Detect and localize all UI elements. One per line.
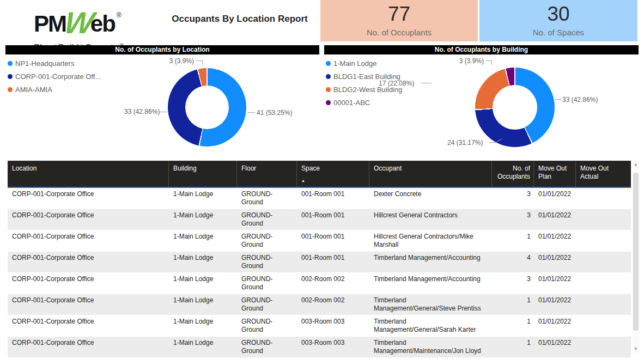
leader-line <box>202 60 203 65</box>
cell-floor: GROUND-Ground <box>237 273 297 294</box>
column-header-space-label: Space <box>301 165 320 172</box>
cell-count: 3 <box>492 273 534 294</box>
table-row[interactable]: CORP-001-Corporate Office1-Main LodgeGRO… <box>8 337 631 358</box>
cell-floor: GROUND-Ground <box>237 230 297 251</box>
cell-occupant: Timberland Management/General/Steve Pren… <box>369 294 492 315</box>
legend-item[interactable]: 1-Main Lodge <box>326 57 402 70</box>
cell-move_out_actual <box>576 188 631 209</box>
cell-move_out_plan: 01/01/2022 <box>534 230 576 251</box>
legend-label: CORP-001-Corporate Off... <box>15 72 101 81</box>
table-row[interactable]: CORP-001-Corporate Office1-Main LodgeGRO… <box>8 294 631 315</box>
kpi-occupants-label: No. of Occuplants <box>320 28 478 37</box>
kpi-card-spaces[interactable]: 30 No. of Spaces <box>479 0 637 41</box>
scrollbar-down-icon[interactable]: ∨ <box>632 345 640 352</box>
cell-building: 1-Main Lodge <box>169 294 237 315</box>
cell-move_out_plan: 01/01/2022 <box>534 252 576 272</box>
legend-label: 1-Main Lodge <box>333 59 377 68</box>
leader-line <box>159 112 167 112</box>
table-row[interactable]: CORP-001-Corporate Office1-Main LodgeGRO… <box>8 188 631 209</box>
cell-space: 001-Room 001 <box>297 209 369 230</box>
cell-space: 003-Room 003 <box>297 337 369 357</box>
legend-item[interactable]: NP1-Headquarters <box>8 57 101 70</box>
cell-occupant: Timberland Management/Accounting <box>369 252 492 272</box>
cell-building: 1-Main Lodge <box>169 273 237 294</box>
cell-occupant: Timberland Management/Maintenance/Jon Ll… <box>369 337 492 357</box>
legend-bullet-icon <box>8 87 13 92</box>
data-label: 33 (42.86%) <box>124 108 160 115</box>
column-header-building[interactable]: Building <box>169 161 237 187</box>
legend-item[interactable]: 00001-ABC <box>326 96 402 109</box>
cell-space: 002-Room 002 <box>297 273 369 294</box>
cell-count: 3 <box>492 209 534 230</box>
leader-line <box>421 83 432 83</box>
data-label: 41 (53.25%) <box>257 109 292 117</box>
table-row[interactable]: CORP-001-Corporate Office1-Main LodgeGRO… <box>8 230 631 252</box>
cell-count: 1 <box>492 294 534 315</box>
sort-ascending-icon: ▲ <box>301 177 364 185</box>
table-scrollbar[interactable]: ∧ ∨ <box>632 161 640 353</box>
data-label: 33 (42.86%) <box>562 96 598 104</box>
cell-location: CORP-001-Corporate Office <box>8 337 169 357</box>
cell-space: 002-Room 002 <box>297 294 369 315</box>
kpi-card-occupants[interactable]: 77 No. of Occuplants <box>320 0 478 41</box>
cell-count: 4 <box>492 252 534 272</box>
legend-label: AMIA-AMIA <box>15 86 52 94</box>
legend-item[interactable]: CORP-001-Corporate Off... <box>8 70 101 83</box>
cell-move_out_plan: 01/01/2022 <box>534 188 576 209</box>
table-row[interactable]: CORP-001-Corporate Office1-Main LodgeGRO… <box>8 252 631 273</box>
cell-move_out_actual <box>576 273 631 294</box>
column-header-occupant[interactable]: Occupant <box>369 161 492 187</box>
column-header-move-out-actual[interactable]: Move Out Actual <box>576 161 631 187</box>
logo-wordmark: PMWeb® <box>34 2 124 42</box>
legend-item[interactable]: AMIA-AMIA <box>8 83 101 96</box>
cell-space: 001-Room 001 <box>297 230 369 251</box>
leader-line <box>486 60 491 61</box>
page-title: Occupants By Location Report <box>163 14 316 25</box>
cell-building: 1-Main Lodge <box>169 252 237 272</box>
cell-move_out_actual <box>576 230 631 251</box>
cell-location: CORP-001-Corporate Office <box>8 294 169 315</box>
chart-legend-location: NP1-HeadquartersCORP-001-Corporate Off..… <box>8 57 101 96</box>
cell-occupant: Timberland Management/Accounting <box>369 273 492 294</box>
scrollbar-up-icon[interactable]: ∧ <box>632 161 640 169</box>
cell-move_out_actual <box>576 294 631 315</box>
cell-count: 1 <box>492 337 534 357</box>
legend-bullet-icon <box>326 100 331 105</box>
donut-chart-location[interactable] <box>168 68 246 147</box>
report-canvas: PMWeb® Plan|Build|Operate™ Occupants By … <box>0 0 644 359</box>
cell-move_out_plan: 01/01/2022 <box>534 315 576 336</box>
cell-building: 1-Main Lodge <box>169 209 237 230</box>
table-row[interactable]: CORP-001-Corporate Office1-Main LodgeGRO… <box>8 273 631 294</box>
data-label: 24 (31.17%) <box>447 139 483 147</box>
leader-line <box>489 142 496 143</box>
scrollbar-thumb[interactable] <box>633 173 639 331</box>
cell-floor: GROUND-Ground <box>237 188 297 209</box>
cell-move_out_plan: 01/01/2022 <box>534 294 576 315</box>
legend-bullet-icon <box>326 74 331 79</box>
cell-building: 1-Main Lodge <box>169 315 237 336</box>
donut-chart-building[interactable] <box>475 68 555 147</box>
kpi-spaces-label: No. of Spaces <box>479 28 637 37</box>
kpi-spaces-value: 30 <box>479 3 637 26</box>
chart-title-building: No. of Occuplants by Building <box>324 45 639 54</box>
table-row[interactable]: CORP-001-Corporate Office1-Main LodgeGRO… <box>8 315 631 337</box>
cell-building: 1-Main Lodge <box>169 230 237 251</box>
cell-location: CORP-001-Corporate Office <box>8 252 169 272</box>
legend-bullet-icon <box>8 74 13 79</box>
column-header-floor[interactable]: Floor <box>237 161 297 187</box>
table-row[interactable]: CORP-001-Corporate Office1-Main LodgeGRO… <box>8 209 631 230</box>
column-header-move-out-plan[interactable]: Move Out Plan <box>534 161 576 187</box>
column-header-space[interactable]: Space▲ <box>297 161 369 187</box>
registered-trademark-icon: ® <box>117 11 121 19</box>
cell-count: 3 <box>492 188 534 209</box>
cell-location: CORP-001-Corporate Office <box>8 209 169 230</box>
cell-move_out_actual <box>576 315 631 336</box>
cell-building: 1-Main Lodge <box>169 337 237 357</box>
column-header-count[interactable]: No. of Occuplants <box>492 161 534 187</box>
cell-move_out_actual <box>576 337 631 357</box>
cell-floor: GROUND-Ground <box>237 252 297 272</box>
kpi-occupants-value: 77 <box>320 3 478 26</box>
column-header-location[interactable]: Location <box>8 161 169 187</box>
cell-floor: GROUND-Ground <box>237 337 297 357</box>
legend-label: 00001-ABC <box>333 99 370 107</box>
